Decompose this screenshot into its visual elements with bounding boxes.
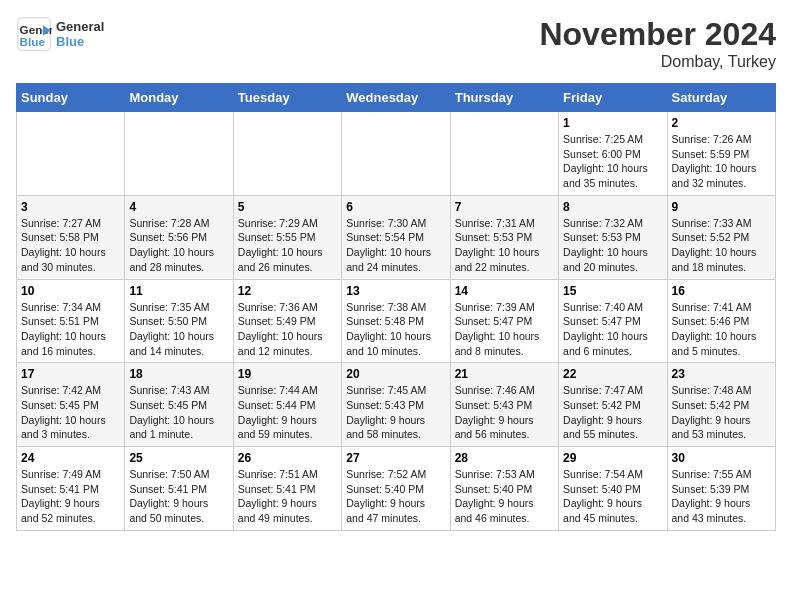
day-number: 7 [455, 200, 554, 214]
day-header: Monday [125, 84, 233, 112]
calendar-cell [233, 112, 341, 196]
day-number: 25 [129, 451, 228, 465]
day-number: 10 [21, 284, 120, 298]
logo-line1: General [56, 19, 104, 34]
day-number: 17 [21, 367, 120, 381]
day-number: 9 [672, 200, 771, 214]
calendar-cell: 1Sunrise: 7:25 AM Sunset: 6:00 PM Daylig… [559, 112, 667, 196]
calendar-cell: 26Sunrise: 7:51 AM Sunset: 5:41 PM Dayli… [233, 447, 341, 531]
calendar-cell: 27Sunrise: 7:52 AM Sunset: 5:40 PM Dayli… [342, 447, 450, 531]
calendar-cell: 14Sunrise: 7:39 AM Sunset: 5:47 PM Dayli… [450, 279, 558, 363]
day-info: Sunrise: 7:52 AM Sunset: 5:40 PM Dayligh… [346, 467, 445, 526]
calendar-cell: 21Sunrise: 7:46 AM Sunset: 5:43 PM Dayli… [450, 363, 558, 447]
day-info: Sunrise: 7:26 AM Sunset: 5:59 PM Dayligh… [672, 132, 771, 191]
day-info: Sunrise: 7:34 AM Sunset: 5:51 PM Dayligh… [21, 300, 120, 359]
day-number: 12 [238, 284, 337, 298]
day-header: Friday [559, 84, 667, 112]
day-number: 28 [455, 451, 554, 465]
day-info: Sunrise: 7:45 AM Sunset: 5:43 PM Dayligh… [346, 383, 445, 442]
day-info: Sunrise: 7:35 AM Sunset: 5:50 PM Dayligh… [129, 300, 228, 359]
month-title: November 2024 [539, 16, 776, 53]
logo-line2: Blue [56, 34, 104, 49]
day-info: Sunrise: 7:30 AM Sunset: 5:54 PM Dayligh… [346, 216, 445, 275]
day-number: 1 [563, 116, 662, 130]
header-row: SundayMondayTuesdayWednesdayThursdayFrid… [17, 84, 776, 112]
calendar-week: 3Sunrise: 7:27 AM Sunset: 5:58 PM Daylig… [17, 195, 776, 279]
calendar-cell: 5Sunrise: 7:29 AM Sunset: 5:55 PM Daylig… [233, 195, 341, 279]
day-number: 16 [672, 284, 771, 298]
day-number: 14 [455, 284, 554, 298]
day-number: 23 [672, 367, 771, 381]
calendar-cell: 2Sunrise: 7:26 AM Sunset: 5:59 PM Daylig… [667, 112, 775, 196]
day-info: Sunrise: 7:36 AM Sunset: 5:49 PM Dayligh… [238, 300, 337, 359]
day-info: Sunrise: 7:33 AM Sunset: 5:52 PM Dayligh… [672, 216, 771, 275]
day-number: 22 [563, 367, 662, 381]
day-number: 6 [346, 200, 445, 214]
calendar-cell: 28Sunrise: 7:53 AM Sunset: 5:40 PM Dayli… [450, 447, 558, 531]
day-number: 26 [238, 451, 337, 465]
calendar-cell: 16Sunrise: 7:41 AM Sunset: 5:46 PM Dayli… [667, 279, 775, 363]
calendar-cell: 3Sunrise: 7:27 AM Sunset: 5:58 PM Daylig… [17, 195, 125, 279]
logo-icon: General Blue [16, 16, 52, 52]
day-info: Sunrise: 7:39 AM Sunset: 5:47 PM Dayligh… [455, 300, 554, 359]
calendar-body: 1Sunrise: 7:25 AM Sunset: 6:00 PM Daylig… [17, 112, 776, 531]
day-info: Sunrise: 7:28 AM Sunset: 5:56 PM Dayligh… [129, 216, 228, 275]
day-header: Tuesday [233, 84, 341, 112]
day-number: 20 [346, 367, 445, 381]
calendar-cell: 20Sunrise: 7:45 AM Sunset: 5:43 PM Dayli… [342, 363, 450, 447]
day-info: Sunrise: 7:54 AM Sunset: 5:40 PM Dayligh… [563, 467, 662, 526]
calendar-week: 17Sunrise: 7:42 AM Sunset: 5:45 PM Dayli… [17, 363, 776, 447]
day-info: Sunrise: 7:47 AM Sunset: 5:42 PM Dayligh… [563, 383, 662, 442]
day-info: Sunrise: 7:42 AM Sunset: 5:45 PM Dayligh… [21, 383, 120, 442]
calendar-cell [450, 112, 558, 196]
calendar-cell: 11Sunrise: 7:35 AM Sunset: 5:50 PM Dayli… [125, 279, 233, 363]
day-number: 30 [672, 451, 771, 465]
calendar-header: SundayMondayTuesdayWednesdayThursdayFrid… [17, 84, 776, 112]
day-number: 29 [563, 451, 662, 465]
calendar-cell: 10Sunrise: 7:34 AM Sunset: 5:51 PM Dayli… [17, 279, 125, 363]
calendar-cell: 19Sunrise: 7:44 AM Sunset: 5:44 PM Dayli… [233, 363, 341, 447]
calendar-cell: 12Sunrise: 7:36 AM Sunset: 5:49 PM Dayli… [233, 279, 341, 363]
title-block: November 2024 Dombay, Turkey [539, 16, 776, 71]
day-info: Sunrise: 7:55 AM Sunset: 5:39 PM Dayligh… [672, 467, 771, 526]
calendar-cell: 13Sunrise: 7:38 AM Sunset: 5:48 PM Dayli… [342, 279, 450, 363]
calendar-cell: 22Sunrise: 7:47 AM Sunset: 5:42 PM Dayli… [559, 363, 667, 447]
day-info: Sunrise: 7:41 AM Sunset: 5:46 PM Dayligh… [672, 300, 771, 359]
calendar-cell: 8Sunrise: 7:32 AM Sunset: 5:53 PM Daylig… [559, 195, 667, 279]
day-info: Sunrise: 7:49 AM Sunset: 5:41 PM Dayligh… [21, 467, 120, 526]
calendar-cell: 17Sunrise: 7:42 AM Sunset: 5:45 PM Dayli… [17, 363, 125, 447]
calendar-cell: 30Sunrise: 7:55 AM Sunset: 5:39 PM Dayli… [667, 447, 775, 531]
calendar-cell: 23Sunrise: 7:48 AM Sunset: 5:42 PM Dayli… [667, 363, 775, 447]
location: Dombay, Turkey [539, 53, 776, 71]
day-info: Sunrise: 7:31 AM Sunset: 5:53 PM Dayligh… [455, 216, 554, 275]
logo: General Blue General Blue [16, 16, 104, 52]
calendar-cell: 25Sunrise: 7:50 AM Sunset: 5:41 PM Dayli… [125, 447, 233, 531]
day-number: 21 [455, 367, 554, 381]
day-number: 11 [129, 284, 228, 298]
day-number: 3 [21, 200, 120, 214]
calendar-cell: 15Sunrise: 7:40 AM Sunset: 5:47 PM Dayli… [559, 279, 667, 363]
calendar-cell: 4Sunrise: 7:28 AM Sunset: 5:56 PM Daylig… [125, 195, 233, 279]
calendar-week: 1Sunrise: 7:25 AM Sunset: 6:00 PM Daylig… [17, 112, 776, 196]
day-info: Sunrise: 7:48 AM Sunset: 5:42 PM Dayligh… [672, 383, 771, 442]
day-info: Sunrise: 7:32 AM Sunset: 5:53 PM Dayligh… [563, 216, 662, 275]
calendar-cell [17, 112, 125, 196]
calendar-cell: 9Sunrise: 7:33 AM Sunset: 5:52 PM Daylig… [667, 195, 775, 279]
day-number: 24 [21, 451, 120, 465]
calendar-cell: 29Sunrise: 7:54 AM Sunset: 5:40 PM Dayli… [559, 447, 667, 531]
day-header: Sunday [17, 84, 125, 112]
day-number: 19 [238, 367, 337, 381]
day-number: 27 [346, 451, 445, 465]
day-header: Wednesday [342, 84, 450, 112]
day-header: Thursday [450, 84, 558, 112]
day-number: 18 [129, 367, 228, 381]
calendar-cell: 24Sunrise: 7:49 AM Sunset: 5:41 PM Dayli… [17, 447, 125, 531]
calendar-cell: 6Sunrise: 7:30 AM Sunset: 5:54 PM Daylig… [342, 195, 450, 279]
day-info: Sunrise: 7:50 AM Sunset: 5:41 PM Dayligh… [129, 467, 228, 526]
day-number: 8 [563, 200, 662, 214]
calendar: SundayMondayTuesdayWednesdayThursdayFrid… [16, 83, 776, 531]
day-info: Sunrise: 7:46 AM Sunset: 5:43 PM Dayligh… [455, 383, 554, 442]
day-number: 2 [672, 116, 771, 130]
day-info: Sunrise: 7:44 AM Sunset: 5:44 PM Dayligh… [238, 383, 337, 442]
day-number: 5 [238, 200, 337, 214]
